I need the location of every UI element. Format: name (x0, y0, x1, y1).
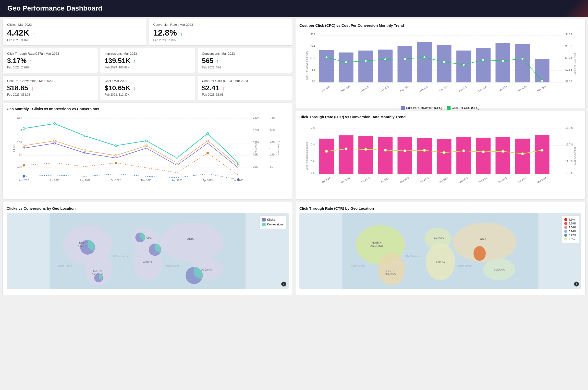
legend-6-1-color (564, 218, 567, 221)
metrics-top-row: Clicks : Mar 2023 4.42K ↑ Feb 2023: 3.16… (2, 19, 293, 46)
svg-text:Jul 2022: Jul 2022 (380, 85, 389, 92)
geo-monthly-chart: Geo Monthly - Clicks vs Impressions vs C… (2, 102, 293, 200)
svg-rect-127 (398, 137, 412, 174)
svg-text:5K: 5K (19, 129, 22, 132)
svg-text:OCEANIA: OCEANIA (494, 268, 505, 271)
svg-text:Oct 2022: Oct 2022 (111, 179, 121, 182)
svg-text:EUROPE: EUROPE (434, 237, 444, 239)
dashboard-title: Geo Performance Dashboard (7, 4, 102, 12)
conversion-rate-label: Conversion Rate : Mar 2023 (153, 23, 288, 27)
svg-text:$2.35: $2.35 (565, 80, 572, 83)
svg-point-142 (463, 150, 465, 152)
clicks-conversions-map: Clicks vs Conversions by Geo Location (2, 202, 293, 295)
svg-text:Dec 2022: Dec 2022 (141, 179, 152, 182)
svg-text:11.7%: 11.7% (565, 160, 573, 163)
svg-text:420: 420 (270, 141, 275, 144)
svg-point-35 (207, 140, 209, 142)
svg-rect-82 (496, 43, 510, 82)
svg-point-146 (541, 149, 544, 151)
svg-text:Conversion Rate: Conversion Rate (574, 147, 576, 166)
conversion-rate-value: 12.8% ↑ (153, 28, 288, 38)
svg-text:Apr 2022: Apr 2022 (321, 85, 331, 92)
svg-text:Atlantic Ocean: Atlantic Ocean (113, 255, 129, 257)
metric-cost: Cost : Mar 2023 $10.65K ↓ Feb 2023: $12.… (100, 75, 196, 100)
metric-conversions: Conversions: Mar 2023 565 ↑ Feb 2023: 37… (197, 48, 293, 73)
legend-clicks: Clicks (262, 218, 283, 222)
cpc-trend-chart: Cost per Click (CPC) vs Cost Per Convers… (295, 19, 586, 108)
svg-point-93 (482, 59, 485, 61)
cost-prev: Feb 2023: $12.37K (105, 93, 191, 97)
svg-text:$3.31: $3.31 (565, 56, 572, 59)
svg-point-91 (443, 61, 445, 63)
svg-text:3.5K: 3.5K (17, 141, 22, 144)
svg-text:AFRICA: AFRICA (436, 261, 445, 264)
svg-text:6.5K: 6.5K (17, 116, 22, 119)
cpc-trend-icon: ↓ (222, 85, 225, 92)
svg-text:Impressions: Impressions (255, 141, 258, 155)
svg-rect-73 (319, 50, 334, 82)
metric-cpc-value: Cost Per Click (CPC) : Mar 2023 $2.41 ↓ … (197, 75, 293, 100)
svg-text:2%: 2% (311, 143, 315, 146)
svg-text:Pacific Ocean: Pacific Ocean (57, 265, 72, 267)
svg-point-38 (54, 142, 56, 144)
legend-3-22: 3.22% (564, 234, 576, 237)
svg-point-37 (23, 147, 25, 149)
legend-cost-per-click-color (447, 106, 451, 110)
svg-point-40 (23, 164, 25, 166)
ctr-prev: Feb 2023: 2.96% (7, 66, 93, 69)
svg-text:ASIA: ASIA (187, 238, 194, 240)
ctr-trend-title: Click Through Rate (CTR) vs Conversion R… (299, 115, 581, 119)
clicks-prev: Feb 2023: 3.16K (7, 39, 142, 42)
clicks-conversions-map-bg: NORTH AMERICA SOUTH AMERICA EUROPE AFRIC… (7, 213, 289, 289)
svg-point-92 (463, 63, 465, 66)
legend-5-38: 5.38% (564, 222, 576, 225)
svg-text:Dec 2022: Dec 2022 (478, 176, 488, 184)
svg-text:$0: $0 (312, 80, 315, 83)
svg-point-43 (23, 175, 25, 178)
legend-conversions: Conversions (262, 223, 283, 226)
svg-text:$4.27: $4.27 (565, 33, 572, 36)
svg-point-22 (54, 123, 56, 125)
svg-rect-80 (456, 50, 471, 82)
svg-point-145 (521, 152, 524, 155)
legend-2-5: 2.5% (564, 238, 576, 241)
svg-point-41 (115, 162, 117, 164)
cpc-trend-title: Cost per Click (CPC) vs Cost Per Convers… (299, 23, 581, 27)
conversions-label: Conversions: Mar 2023 (202, 52, 288, 55)
left-panel: Clicks : Mar 2023 4.42K ↑ Feb 2023: 3.16… (2, 19, 294, 200)
svg-point-34 (176, 162, 178, 164)
svg-text:ASIA: ASIA (480, 238, 486, 240)
ctr-label: Click Through Rate(CTR) : Mar 2023 (7, 52, 93, 55)
metric-ctr: Click Through Rate(CTR) : Mar 2023 3.17%… (2, 48, 98, 73)
info-icon-1[interactable]: i (281, 282, 286, 287)
svg-text:Jan 2023: Jan 2023 (498, 85, 507, 92)
legend-3-22-color (564, 234, 567, 237)
svg-point-137 (365, 148, 367, 151)
svg-text:Cost Per Conversion (CPC): Cost Per Conversion (CPC) (306, 50, 308, 80)
svg-point-85 (325, 56, 328, 59)
svg-text:Jan 2023: Jan 2023 (498, 176, 507, 184)
bottom-maps-row: Clicks vs Conversions by Geo Location (0, 202, 588, 298)
cost-value: $10.65K ↓ (105, 84, 191, 92)
svg-text:Dec 2022: Dec 2022 (478, 85, 488, 92)
svg-text:AMERICA: AMERICA (370, 244, 383, 247)
legend-cost-per-click: Cost Per Click (CPC) (447, 106, 479, 110)
cost-per-conversion-value: $18.85 ↓ (7, 84, 93, 92)
info-icon-2[interactable]: i (574, 282, 579, 287)
svg-point-39 (84, 152, 86, 154)
legend-cost-per-conversion: Cost Per Conversion (CPC) (401, 106, 442, 110)
svg-text:Sep 2022: Sep 2022 (419, 85, 429, 92)
world-map-svg-1: NORTH AMERICA SOUTH AMERICA EUROPE AFRIC… (7, 213, 289, 289)
dashboard-header: Geo Performance Dashboard (0, 0, 588, 17)
svg-point-42 (207, 152, 209, 154)
svg-text:Feb 2023: Feb 2023 (517, 176, 527, 184)
svg-text:Mar 2023: Mar 2023 (537, 176, 547, 184)
conversions-value: 565 ↑ (202, 57, 288, 65)
svg-text:10.7%: 10.7% (565, 171, 573, 174)
ctr-geo-map-bg: NORTH AMERICA SOUTH AMERICA EUROPE AFRIC… (299, 213, 581, 289)
svg-text:0%: 0% (311, 171, 315, 174)
svg-text:Jun 2023: Jun 2023 (233, 179, 243, 182)
svg-text:$32: $32 (311, 33, 315, 36)
cpc-trend-chart-area: $32 $24 $16 $8 $0 $4.27 $3.79 $3.31 $2.8… (299, 30, 581, 104)
clicks-trend-icon: ↑ (33, 31, 35, 37)
